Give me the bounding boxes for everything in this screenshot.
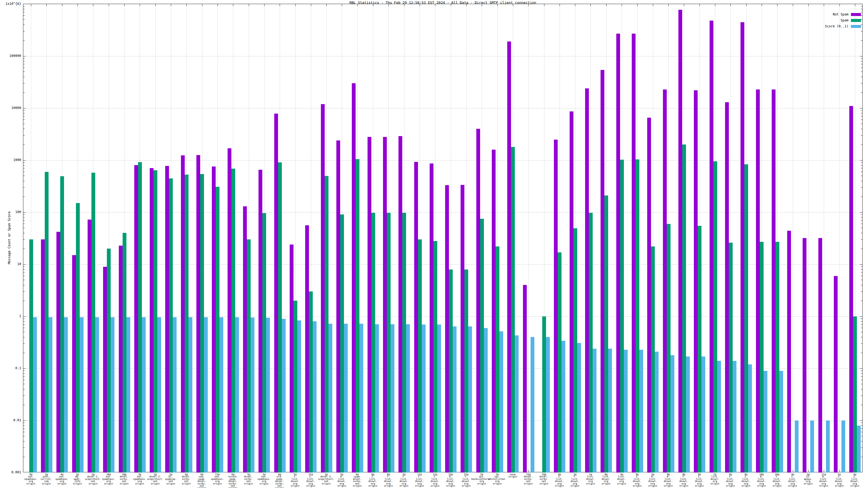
bar-not-spam xyxy=(430,163,433,473)
bar-score-0-1 xyxy=(142,317,146,473)
bar-spam xyxy=(418,239,422,473)
bar-not-spam xyxy=(694,90,698,473)
y-minor-tick-left xyxy=(23,405,25,405)
bar-score-0-1 xyxy=(80,317,84,473)
y-minor-tick-left xyxy=(23,20,25,20)
bar-spam xyxy=(293,301,297,473)
bar-spam xyxy=(45,172,49,473)
x-tick-top xyxy=(466,4,467,6)
bar-spam xyxy=(340,215,344,473)
y-minor-tick-right xyxy=(861,436,862,436)
y-minor-tick-right xyxy=(861,144,862,145)
bar-spam xyxy=(574,228,577,473)
y-minor-tick-left xyxy=(23,233,25,233)
bar-not-spam xyxy=(212,166,216,473)
y-minor-tick-left xyxy=(23,12,25,12)
x-tick-top xyxy=(855,4,855,6)
bar-score-0-1 xyxy=(33,317,37,473)
bar-not-spam xyxy=(834,276,838,473)
bar-not-spam xyxy=(663,90,667,473)
x-tick-top xyxy=(62,4,62,6)
x-tick-label: 4@ 2. list. dnswl. org origin xyxy=(837,474,868,487)
bar-spam xyxy=(620,160,624,473)
bar-spam xyxy=(542,316,546,473)
bar-spam xyxy=(511,147,515,473)
y-minor-tick-left xyxy=(23,380,25,380)
bar-spam xyxy=(651,247,655,473)
bar-spam xyxy=(169,178,173,473)
bar-not-spam xyxy=(803,238,806,473)
bar-score-0-1 xyxy=(468,326,472,473)
bar-spam xyxy=(231,169,235,473)
bar-not-spam xyxy=(507,41,511,473)
y-gridline xyxy=(23,108,862,108)
y-minor-tick-left xyxy=(23,370,25,371)
x-tick-bottom xyxy=(793,470,793,472)
x-tick-top xyxy=(684,4,684,6)
x-tick-top xyxy=(420,4,420,6)
bar-score-0-1 xyxy=(329,324,332,473)
bar-spam xyxy=(262,213,266,473)
bar-score-0-1 xyxy=(453,326,457,473)
bar-spam xyxy=(60,176,64,473)
x-tick-top xyxy=(497,4,498,6)
y-minor-tick-left xyxy=(23,129,25,129)
y-tick-label: 0.1 xyxy=(0,366,21,370)
bar-score-0-1 xyxy=(49,317,52,473)
x-tick-top xyxy=(824,4,824,6)
x-tick-top xyxy=(622,4,622,6)
y-minor-tick-right xyxy=(861,380,862,380)
x-tick-bottom xyxy=(808,470,809,472)
bar-score-0-1 xyxy=(795,421,799,473)
bar-spam xyxy=(91,173,95,473)
y-tick-label: 0.01 xyxy=(0,418,21,422)
y-major-tick-right xyxy=(860,368,862,369)
y-minor-tick-right xyxy=(861,395,862,396)
bar-score-0-1 xyxy=(639,350,643,473)
bar-score-0-1 xyxy=(204,317,208,473)
y-minor-tick-right xyxy=(861,20,862,20)
bar-spam xyxy=(729,242,733,473)
y-minor-tick-left xyxy=(23,432,25,432)
y-major-tick-left xyxy=(23,264,26,265)
y-minor-tick-left xyxy=(23,428,25,429)
y-minor-tick-right xyxy=(861,120,862,120)
y-minor-tick-right xyxy=(861,83,862,84)
x-gridline xyxy=(528,4,529,472)
y-minor-tick-right xyxy=(861,269,862,269)
y-minor-tick-right xyxy=(861,64,862,64)
bar-not-spam xyxy=(647,118,651,473)
y-minor-tick-right xyxy=(861,344,862,344)
bar-not-spam xyxy=(103,267,107,473)
bar-spam xyxy=(558,252,561,473)
y-minor-tick-right xyxy=(861,217,862,218)
bar-score-0-1 xyxy=(344,324,348,473)
y-minor-tick-right xyxy=(861,328,862,328)
y-minor-tick-left xyxy=(23,285,25,285)
legend-swatch-not-spam xyxy=(851,13,861,16)
y-minor-tick-left xyxy=(23,83,25,84)
bar-spam xyxy=(247,239,251,473)
y-minor-tick-left xyxy=(23,187,25,188)
y-minor-tick-left xyxy=(23,25,25,25)
x-tick-bottom xyxy=(839,470,840,472)
y-major-tick-left xyxy=(23,316,26,317)
bar-spam xyxy=(154,170,157,473)
bar-score-0-1 xyxy=(484,328,488,473)
y-major-tick-right xyxy=(860,108,862,108)
y-major-tick-left xyxy=(23,160,26,161)
bar-score-0-1 xyxy=(717,361,721,473)
y-minor-tick-right xyxy=(861,441,862,442)
y-minor-tick-left xyxy=(23,217,25,218)
y-minor-tick-left xyxy=(23,224,25,224)
bar-not-spam xyxy=(290,245,293,473)
y-minor-tick-left xyxy=(23,77,25,77)
bar-not-spam xyxy=(585,88,589,473)
legend-label-not-spam: Not Spam xyxy=(833,12,848,16)
bar-not-spam xyxy=(710,21,713,473)
bar-spam xyxy=(760,242,764,473)
x-tick-top xyxy=(793,4,793,6)
y-minor-tick-right xyxy=(861,285,862,285)
x-tick-top xyxy=(264,4,265,6)
bar-spam xyxy=(355,159,360,473)
